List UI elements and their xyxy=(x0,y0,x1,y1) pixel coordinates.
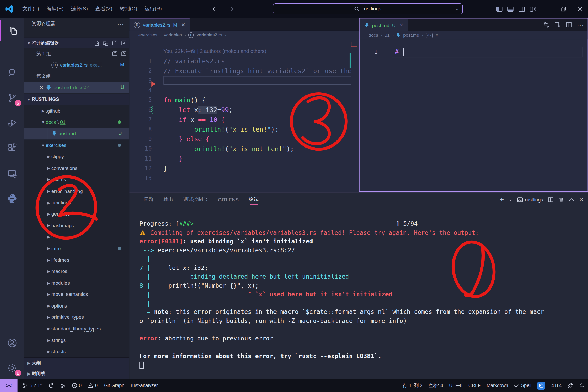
code-line-10[interactable]: 10 println!("x is not ten!"); xyxy=(129,144,359,154)
cursor-position[interactable]: 行 1, 列 3 xyxy=(403,382,422,389)
tree-item-clippy[interactable]: ▶clippy xyxy=(24,151,130,162)
minimap[interactable] xyxy=(351,40,359,115)
menu-item-3[interactable]: 查看(V) xyxy=(91,4,116,13)
tree-item-hashmaps[interactable]: ▶hashmaps xyxy=(24,220,130,231)
run-debug-icon[interactable] xyxy=(0,113,24,134)
back-arrow[interactable] xyxy=(213,6,219,11)
save-group-icon[interactable] xyxy=(112,51,117,56)
close-panel-icon[interactable]: ✕ xyxy=(579,197,584,203)
close-group-icon[interactable] xyxy=(121,51,126,56)
terminal-list-item[interactable]: rustlings xyxy=(517,197,543,203)
panel-tab-终端[interactable]: 终端 xyxy=(249,192,259,207)
tree-item-modules[interactable]: ▶modules xyxy=(24,277,130,289)
forward-arrow[interactable] xyxy=(227,6,234,11)
extensions-icon[interactable] xyxy=(0,138,24,159)
code-line-9[interactable]: 9 } else { xyxy=(129,134,359,144)
split-editors-icon[interactable] xyxy=(103,40,108,46)
editor2-more-actions-icon[interactable]: ··· xyxy=(577,22,584,28)
minimize-button[interactable] xyxy=(538,0,555,18)
tree-item-generics[interactable]: ▶generics xyxy=(24,208,130,220)
menu-item-2[interactable]: 选择(S) xyxy=(67,4,92,13)
tree-item--github[interactable]: ▶.github xyxy=(24,105,130,117)
split-editor-icon[interactable] xyxy=(566,22,572,28)
breadcrumb-2[interactable]: docs› 01› post.md› abc # xyxy=(360,31,588,39)
tree-item-macros[interactable]: ▶macros xyxy=(24,266,130,277)
tree-item-structs[interactable]: ▶structs xyxy=(24,346,130,357)
terminal-dropdown-chevron[interactable]: ⌄ xyxy=(509,197,512,202)
maximize-panel-icon[interactable] xyxy=(569,198,574,201)
accounts-icon[interactable] xyxy=(0,332,24,353)
tree-item-options[interactable]: ▶options xyxy=(24,300,130,311)
code-line-3[interactable]: 3 xyxy=(129,76,359,85)
encoding[interactable]: UTF-8 xyxy=(449,383,462,388)
outline-section[interactable]: ▶大纲 xyxy=(24,357,130,368)
tree-item-standard-library-types[interactable]: ▶standard_library_types xyxy=(24,323,130,334)
close-window-button[interactable] xyxy=(572,0,588,18)
tree-item-move-semantics[interactable]: ▶move_semantics xyxy=(24,289,130,300)
indentation[interactable]: 空格: 4 xyxy=(428,382,443,389)
tree-item-post-md[interactable]: post.mdU xyxy=(24,128,130,139)
tree-item-lifetimes[interactable]: ▶lifetimes xyxy=(24,254,130,266)
new-untitled-file-icon[interactable] xyxy=(94,40,99,46)
panel-tab-调试控制台[interactable]: 调试控制台 xyxy=(183,192,208,207)
extension-version[interactable]: 4.8.4 xyxy=(551,383,562,388)
markdown-line-1[interactable]: 1 # xyxy=(360,47,588,57)
code-line-11[interactable]: 11 } xyxy=(129,154,359,163)
open-editors-section[interactable]: ▼打开的编辑器 xyxy=(24,38,130,48)
tree-item-functions[interactable]: ▶functions xyxy=(24,197,130,208)
open-editor-variables2[interactable]: R variables2.rs exe... M xyxy=(24,59,130,70)
close-editor-icon[interactable]: ✕ xyxy=(39,84,44,90)
terminal-output[interactable]: Progress: [###>-------------------------… xyxy=(139,219,585,378)
code-line-1[interactable]: 1// variables2.rs xyxy=(129,56,359,66)
git-graph-icon-status[interactable] xyxy=(60,383,65,388)
explorer-icon[interactable] xyxy=(0,20,25,41)
customize-layout-icon[interactable] xyxy=(527,0,538,18)
tree-item-error-handling[interactable]: ▶error_handling xyxy=(24,185,130,197)
tree-item-strings[interactable]: ▶strings xyxy=(24,334,130,346)
python-icon[interactable] xyxy=(0,188,24,209)
menu-item-6[interactable]: ··· xyxy=(166,4,178,13)
open-editor-postmd[interactable]: ✕ post.md docs\01 U xyxy=(24,82,130,93)
sync-status[interactable] xyxy=(48,383,54,388)
sidebar-more-actions-icon[interactable]: ··· xyxy=(117,20,124,27)
breadcrumb-1[interactable]: exercises› variables› R variables2.rs› ·… xyxy=(129,31,359,39)
eol[interactable]: CRLF xyxy=(468,383,481,388)
tab-postmd[interactable]: post.md U ✕ xyxy=(360,19,408,32)
notifications-bell[interactable] xyxy=(579,383,584,388)
tree-item-docs-01[interactable]: ▼docs \ 01 xyxy=(24,117,130,128)
timeline-section[interactable]: ▶时间线 xyxy=(24,368,130,379)
panel-tab-问题[interactable]: 问题 xyxy=(144,192,153,207)
code-line-2[interactable]: 2// Execute `rustlings hint variables2` … xyxy=(129,66,359,76)
code-line-7[interactable]: 7 if x == 10 { xyxy=(129,115,359,124)
menu-item-0[interactable]: 文件(F) xyxy=(19,4,43,13)
split-terminal-icon[interactable] xyxy=(548,197,554,203)
tree-item-if[interactable]: ▶if xyxy=(24,231,130,243)
tree-item-exercises[interactable]: ▼exercises xyxy=(24,139,130,151)
tree-item-conversions[interactable]: ▶conversions xyxy=(24,162,130,174)
editor1-more-actions-icon[interactable]: ··· xyxy=(349,21,356,27)
warnings-count[interactable]: 0 xyxy=(88,383,98,388)
toggle-panel-icon[interactable] xyxy=(505,0,516,18)
git-graph-label[interactable]: Git Graph xyxy=(104,383,124,388)
remote-explorer-icon[interactable] xyxy=(0,163,24,185)
tree-item-enums[interactable]: ▶enums xyxy=(24,174,130,185)
project-root-row[interactable]: ▼RUSTLINGS xyxy=(24,94,130,105)
tree-item-primitive-types[interactable]: ▶primitive_types xyxy=(24,311,130,323)
ai-extension-badge[interactable] xyxy=(537,382,545,389)
save-all-icon[interactable] xyxy=(112,40,117,46)
menu-item-5[interactable]: 运行(R) xyxy=(141,4,166,13)
close-all-editors-icon[interactable] xyxy=(121,40,126,46)
code-line-12[interactable]: 12} xyxy=(129,163,359,173)
rocket-icon[interactable] xyxy=(568,383,573,388)
menu-item-4[interactable]: 转到(G) xyxy=(116,4,141,13)
command-center-search[interactable]: rustlings ⌄ xyxy=(273,3,463,14)
search-dropdown-chevron[interactable]: ⌄ xyxy=(455,6,459,11)
code-line-13[interactable]: 13 xyxy=(129,173,359,183)
panel-tab-GITLENS[interactable]: GITLENS xyxy=(218,192,239,207)
close-tab-icon[interactable]: ✕ xyxy=(181,22,185,27)
code-line-8[interactable]: 8 println!("x is ten!"); xyxy=(129,125,359,134)
toggle-sidebar-icon[interactable] xyxy=(493,0,505,18)
remote-indicator[interactable]: >< xyxy=(0,379,18,392)
code-line-6[interactable]: 6 let x: i32=99; xyxy=(129,105,359,115)
rust-analyzer-status[interactable]: rust-analyzer xyxy=(131,383,158,388)
